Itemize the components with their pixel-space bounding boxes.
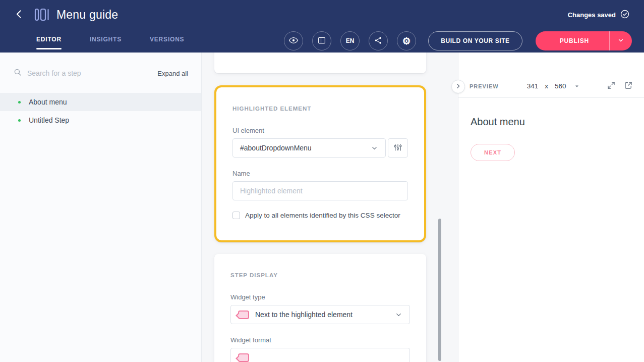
step-list: About menu Untitled Step	[0, 93, 201, 129]
preview-panel: PREVIEW 341 x 560	[458, 53, 644, 362]
chevron-left-icon	[14, 9, 24, 21]
editor-scrollbar[interactable]	[438, 219, 441, 361]
page-title: Menu guide	[56, 8, 118, 22]
widget-type-label: Widget type	[230, 293, 410, 301]
eye-icon	[288, 35, 299, 47]
steps-sidebar: Expand all About menu Untitled Step	[0, 53, 202, 362]
collapse-preview-button[interactable]	[451, 80, 465, 93]
back-button[interactable]	[14, 9, 24, 21]
main-tabs: EDITOR INSIGHTS VERSIONS	[36, 29, 184, 53]
guide-type-icon	[34, 8, 49, 21]
open-external-button[interactable]	[624, 81, 633, 91]
editor-main: HIGHLIGHTED ELEMENT UI element #aboutDro…	[202, 53, 458, 362]
chevron-down-icon	[617, 37, 624, 45]
widget-tooltip-icon	[238, 311, 249, 319]
highlighted-element-name-input[interactable]	[232, 181, 408, 200]
ui-element-label: UI element	[232, 127, 408, 134]
widget-type-value: Next to the highlighted element	[255, 311, 353, 319]
ui-element-row: #aboutDropdownMenu	[232, 138, 408, 158]
preview-height-value: 560	[555, 82, 566, 90]
card-previous-section	[214, 53, 426, 73]
search-icon	[13, 68, 22, 79]
chevron-down-icon	[574, 83, 580, 89]
header-top-row: Menu guide Changes saved	[0, 0, 644, 29]
gear-icon: ⚙	[402, 36, 411, 46]
layout-panel-icon	[317, 36, 326, 46]
publish-button[interactable]: PUBLISH	[536, 31, 609, 50]
settings-button[interactable]: ⚙	[397, 31, 416, 50]
changes-saved-label: Changes saved	[568, 11, 616, 19]
external-link-icon	[624, 81, 633, 91]
preview-header: PREVIEW 341 x 560	[458, 75, 644, 98]
name-label: Name	[232, 170, 408, 177]
step-item-label: Untitled Step	[29, 116, 69, 124]
chevron-down-icon	[395, 311, 402, 319]
language-label: EN	[346, 37, 355, 44]
build-on-your-site-button[interactable]: BUILD ON YOUR SITE	[428, 31, 522, 50]
header-actions: EN ⚙ BUILD ON YOUR SITE PUBLISH	[284, 29, 632, 53]
step-search-row: Expand all	[0, 53, 201, 89]
publish-dropdown-button[interactable]	[610, 31, 632, 50]
preview-body: About menu NEXT	[458, 98, 644, 179]
step-item-about-menu[interactable]: About menu	[0, 93, 201, 111]
step-display-card: STEP DISPLAY Widget type Next to the hig…	[214, 254, 426, 362]
changes-saved-status: Changes saved	[568, 9, 630, 21]
apply-all-checkbox[interactable]	[232, 212, 240, 219]
step-status-dot	[18, 101, 21, 104]
preview-size-dropdown[interactable]: 341 x 560	[527, 82, 580, 90]
widget-format-label: Widget format	[230, 336, 410, 344]
step-search-input[interactable]	[27, 69, 152, 77]
widget-format-icon	[238, 353, 249, 362]
preview-label: PREVIEW	[470, 83, 499, 89]
ui-element-value: #aboutDropdownMenu	[240, 144, 312, 152]
preview-size-separator: x	[545, 82, 548, 90]
highlighted-element-card: HIGHLIGHTED ELEMENT UI element #aboutDro…	[214, 85, 426, 242]
section-title: STEP DISPLAY	[230, 272, 410, 278]
expand-preview-button[interactable]	[607, 81, 616, 91]
check-circle-icon	[620, 9, 630, 21]
sliders-icon	[393, 143, 402, 153]
app-body: Expand all About menu Untitled Step HIGH…	[0, 53, 644, 362]
chevron-right-icon	[455, 83, 461, 91]
chevron-down-icon	[371, 144, 378, 152]
apply-all-row: Apply to all elements identified by this…	[232, 212, 408, 219]
language-button[interactable]: EN	[340, 31, 360, 50]
layout-button[interactable]	[312, 31, 331, 50]
preview-step-title: About menu	[471, 116, 632, 128]
publish-button-group: PUBLISH	[536, 31, 632, 50]
header-tabs-row: EDITOR INSIGHTS VERSIONS EN	[0, 29, 644, 53]
ui-element-select[interactable]: #aboutDropdownMenu	[232, 138, 386, 158]
share-icon	[374, 36, 383, 46]
tab-versions[interactable]: VERSIONS	[150, 29, 184, 53]
share-button[interactable]	[369, 31, 388, 50]
step-status-dot	[18, 119, 21, 122]
widget-format-select[interactable]	[230, 348, 410, 362]
step-item-untitled-step[interactable]: Untitled Step	[0, 111, 201, 129]
section-title: HIGHLIGHTED ELEMENT	[232, 106, 408, 112]
expand-all-link[interactable]: Expand all	[157, 70, 188, 77]
preview-header-icons	[607, 81, 633, 91]
expand-icon	[607, 81, 616, 91]
step-item-label: About menu	[29, 98, 67, 106]
tab-editor[interactable]: EDITOR	[36, 29, 62, 53]
preview-eye-button[interactable]	[284, 31, 303, 50]
tab-insights[interactable]: INSIGHTS	[90, 29, 122, 53]
app-header: Menu guide Changes saved EDITOR INSIGHTS…	[0, 0, 644, 53]
preview-next-button[interactable]: NEXT	[471, 144, 515, 161]
widget-type-select[interactable]: Next to the highlighted element	[230, 305, 410, 324]
apply-all-label: Apply to all elements identified by this…	[245, 212, 400, 219]
editor-content-column: HIGHLIGHTED ELEMENT UI element #aboutDro…	[214, 53, 426, 362]
preview-width-value: 341	[527, 82, 539, 90]
selector-settings-button[interactable]	[388, 138, 408, 158]
